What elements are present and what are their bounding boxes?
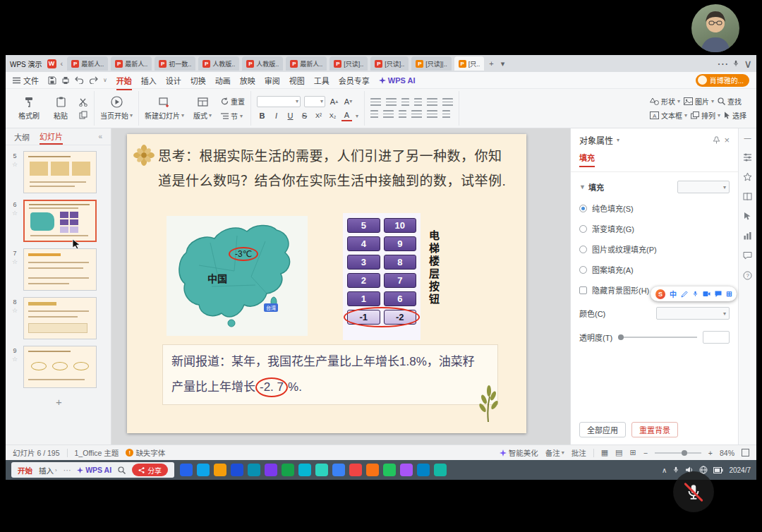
italic-button[interactable]: I: [271, 111, 282, 121]
camera-icon[interactable]: [703, 291, 710, 297]
zoom-slider-thumb[interactable]: [682, 450, 687, 456]
text-direction-icon[interactable]: [442, 98, 453, 107]
document-tab-active[interactable]: P[只..: [454, 56, 485, 71]
menu-item-slideshow[interactable]: 放映: [240, 75, 255, 86]
chat-icon[interactable]: [715, 291, 722, 298]
taskbar-app-icon[interactable]: [180, 464, 193, 476]
document-tab[interactable]: P最新人..: [286, 56, 327, 71]
wps-app-icon[interactable]: W: [47, 59, 56, 68]
tab-scroll-left-icon[interactable]: ‹: [61, 59, 64, 68]
zoom-level[interactable]: 84%: [720, 449, 734, 457]
menu-item-insert[interactable]: 插入: [141, 75, 157, 86]
menu-item-view[interactable]: 视图: [289, 75, 305, 86]
menu-item-wps-ai[interactable]: WPS AI: [379, 76, 416, 85]
share-button[interactable]: 分享: [132, 464, 168, 476]
radio-picture-fill[interactable]: [579, 246, 587, 253]
taskbar-wps-ai[interactable]: WPS AI: [77, 466, 111, 474]
print-icon[interactable]: [61, 76, 70, 85]
fit-slide-icon[interactable]: [742, 449, 749, 457]
chevron-down-icon[interactable]: ∨: [103, 77, 107, 83]
format-painter-button[interactable]: 格式刷: [16, 96, 42, 121]
star-icon[interactable]: ☆: [12, 258, 18, 265]
missing-font-warning[interactable]: ! 缺失字体: [126, 447, 165, 458]
find-button[interactable]: 查找: [718, 96, 742, 107]
arrange-button[interactable]: 排列▾: [691, 110, 720, 121]
transparency-slider[interactable]: [618, 337, 697, 338]
justify-icon[interactable]: [411, 110, 422, 119]
document-tab[interactable]: P最新人..: [111, 56, 152, 71]
taskbar-app-icon[interactable]: [248, 464, 260, 476]
menu-item-home[interactable]: 开始: [116, 75, 132, 86]
chart-pane-icon[interactable]: [743, 231, 752, 241]
reading-view-icon[interactable]: ⊞: [629, 448, 636, 457]
chevron-down-icon[interactable]: ▾: [617, 137, 619, 143]
tray-clock[interactable]: 2024/7: [729, 466, 751, 474]
collapse-strip-icon[interactable]: —: [744, 134, 751, 142]
color-dropdown[interactable]: ▾: [656, 307, 730, 320]
presenter-webcam[interactable]: [691, 4, 739, 52]
tab-fill[interactable]: 填充: [579, 152, 595, 167]
reset-slide-button[interactable]: 重置: [221, 96, 245, 107]
indent-increase-icon[interactable]: [414, 98, 422, 107]
taskbar-app-icon[interactable]: [417, 464, 430, 476]
mic-indicator-icon[interactable]: [732, 59, 739, 68]
comment-pane-icon[interactable]: [743, 251, 752, 260]
play-from-current-button[interactable]: 当页开始▾: [100, 96, 133, 121]
taskbar-app-icon[interactable]: [332, 464, 345, 476]
columns-icon[interactable]: [427, 110, 437, 119]
tab-outline[interactable]: 大纲: [14, 128, 30, 145]
theme-name[interactable]: 1_Office 主题: [75, 447, 119, 458]
menu-item-tools[interactable]: 工具: [314, 75, 329, 86]
radio-pattern-fill[interactable]: [579, 266, 587, 274]
star-icon[interactable]: ☆: [12, 161, 18, 168]
document-tab[interactable]: P人教版..: [242, 56, 283, 71]
zoom-slider[interactable]: [655, 452, 701, 454]
font-family-select[interactable]: ▾: [257, 96, 301, 107]
reset-background-button[interactable]: 重置背景: [631, 422, 678, 437]
document-tab[interactable]: P初一数..: [155, 56, 195, 71]
comments-button[interactable]: 批注: [572, 447, 586, 458]
fill-option-row[interactable]: 图片或纹理填充(P): [579, 243, 730, 255]
superscript-button[interactable]: X²: [313, 111, 324, 121]
chevron-down-icon[interactable]: ▾: [356, 113, 358, 119]
fill-option-row[interactable]: 渐变填充(G): [579, 223, 730, 234]
new-tab-button[interactable]: +: [487, 59, 495, 68]
properties-icon[interactable]: [743, 152, 752, 162]
new-slide-button[interactable]: 新建幻灯片▾: [145, 96, 184, 121]
collapse-panel-icon[interactable]: «: [98, 133, 102, 140]
taskbar-app-icon[interactable]: [214, 464, 226, 476]
selection-pane-icon[interactable]: [743, 212, 752, 221]
indent-decrease-icon[interactable]: [401, 98, 409, 107]
bullets-icon[interactable]: [370, 98, 381, 107]
apps-grid-icon[interactable]: ⊞: [726, 290, 732, 298]
animation-pane-icon[interactable]: [743, 172, 752, 181]
fill-option-row[interactable]: 图案填充(A): [579, 264, 730, 275]
document-tab[interactable]: P[只读]|..: [411, 56, 451, 71]
shapes-button[interactable]: 形状▾: [650, 96, 680, 107]
user-account-badge[interactable]: 肖博雅的...: [696, 74, 749, 87]
slide-thumbnail-7[interactable]: [23, 248, 97, 291]
search-icon[interactable]: [118, 466, 126, 474]
pin-icon[interactable]: [713, 136, 720, 144]
menu-item-design[interactable]: 设计: [166, 75, 181, 86]
align-center-icon[interactable]: [383, 110, 394, 119]
zoom-out-button[interactable]: −: [643, 449, 648, 457]
taskbar-app-icon[interactable]: [366, 464, 379, 476]
microphone-muted-overlay[interactable]: [673, 471, 714, 512]
slide-sorter-icon[interactable]: ▤: [615, 448, 622, 457]
radio-gradient-fill[interactable]: [579, 225, 587, 233]
file-menu[interactable]: 文件: [13, 75, 39, 86]
section-button[interactable]: 节 ▾: [221, 111, 245, 121]
menu-item-review[interactable]: 审阅: [265, 75, 280, 86]
taskbar-app-icon[interactable]: [197, 464, 210, 476]
add-slide-button[interactable]: +: [10, 394, 108, 412]
tab-slides[interactable]: 幻灯片: [40, 128, 63, 145]
transparency-input[interactable]: [703, 331, 730, 344]
taskbar-app-icon[interactable]: [282, 464, 294, 476]
document-tab[interactable]: P最新人..: [67, 56, 108, 71]
taskbar-app-icon[interactable]: [434, 464, 447, 476]
paragraph-settings-icon[interactable]: [442, 110, 450, 119]
wps-s-logo[interactable]: S: [655, 289, 665, 299]
taskbar-app-icon[interactable]: [400, 464, 413, 476]
align-right-icon[interactable]: [399, 110, 406, 119]
